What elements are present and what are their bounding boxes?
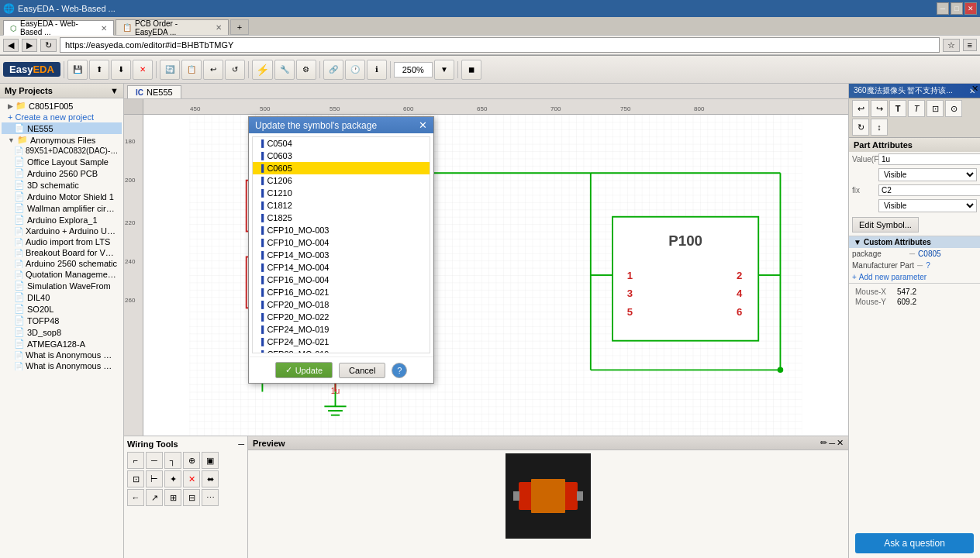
- cancel-button[interactable]: Cancel: [339, 363, 385, 378]
- dialog-list-item[interactable]: ▐CFP20_MO-022: [253, 311, 430, 323]
- wiring-btn-7[interactable]: ⊢: [146, 470, 163, 487]
- wiring-btn-11[interactable]: ←: [127, 489, 144, 506]
- sidebar-item-wallman[interactable]: 📄 Wallman amplifier circuit: [2, 202, 122, 214]
- zoom-input[interactable]: [394, 62, 433, 78]
- preview-minimize-button[interactable]: ─: [829, 438, 835, 448]
- part-attributes-header[interactable]: Part Attributes: [849, 138, 980, 152]
- sidebar-item-motor[interactable]: 📄 Arduino Motor Shield 1: [2, 191, 122, 202]
- upload-button[interactable]: ⬆: [89, 60, 109, 80]
- sidebar-collapse-button[interactable]: ▼: [110, 86, 119, 95]
- dialog-list-item[interactable]: ▐CFP24_MO-019: [253, 323, 430, 336]
- wiring-btn-1[interactable]: ⌐: [127, 452, 144, 469]
- dialog-list-item[interactable]: ▐C0504: [253, 137, 430, 150]
- tab1-close[interactable]: ✕: [101, 24, 107, 33]
- sidebar-item-arduino-sch[interactable]: 📄 Arduino 2560 schematic: [2, 258, 122, 269]
- wiring-btn-10[interactable]: ⬌: [202, 470, 219, 487]
- sidebar-item-dil40[interactable]: 📄 DIL40: [2, 291, 122, 303]
- forward-button[interactable]: ▶: [22, 39, 37, 52]
- sidebar-item-xarduino[interactable]: 📄 Xarduino + Arduino UNO: [2, 226, 122, 236]
- sidebar-item-89x51[interactable]: 📄 89X51+DAC0832(DAC)-Imp: [2, 146, 122, 156]
- sidebar-item-quotation[interactable]: 📄 Quotation Management Flow: [2, 269, 122, 280]
- dialog-list-item[interactable]: ▐CFP28_MO-019: [253, 348, 430, 353]
- dialog-list-item[interactable]: ▐C1210: [253, 187, 430, 199]
- history-button[interactable]: 🕐: [345, 60, 365, 80]
- mfr-help-icon[interactable]: ?: [926, 261, 930, 270]
- sidebar-item-so20l[interactable]: 📄 SO20L: [2, 303, 122, 315]
- sidebar-item-anon1[interactable]: 📄 What is Anonymous mode?: [2, 350, 122, 360]
- dialog-list-item[interactable]: ▐CFP14_MO-004: [253, 261, 430, 274]
- update-symbol-dialog[interactable]: Update the symbol's package ✕ ▐C0504▐C06…: [248, 116, 434, 384]
- download-button[interactable]: ⬇: [111, 60, 131, 80]
- rp-icon-btn-bold[interactable]: T: [889, 100, 906, 117]
- copy-button[interactable]: 📋: [181, 60, 202, 80]
- help-button[interactable]: ?: [392, 363, 407, 378]
- wiring-btn-14[interactable]: ⊟: [183, 489, 200, 506]
- component-button[interactable]: 🔧: [274, 60, 295, 80]
- value-visible-select[interactable]: Visible: [878, 168, 977, 181]
- dialog-list-item[interactable]: ▐CFP16_MO-021: [253, 286, 430, 298]
- wiring-btn-15[interactable]: ⋯: [202, 489, 219, 506]
- bookmark-button[interactable]: ☆: [943, 39, 960, 52]
- preview-close-button[interactable]: ✕: [837, 438, 844, 448]
- back-button[interactable]: ◀: [3, 39, 19, 52]
- rp-icon-btn-arrow[interactable]: ↩: [852, 100, 869, 117]
- dialog-list-item[interactable]: ▐CFP10_MO-003: [253, 224, 430, 236]
- tab-easyeda[interactable]: ⬡ EasyEDA - Web-Based ... ✕: [3, 20, 114, 36]
- delete-button[interactable]: ✕: [133, 60, 153, 80]
- info-button[interactable]: ℹ: [367, 60, 387, 80]
- sidebar-item-new-project[interactable]: + Create a new project: [2, 112, 122, 122]
- sidebar-item-anon2[interactable]: 📄 What is Anonymous mode: tt: [2, 360, 122, 371]
- sidebar-item-3dsop8[interactable]: 📄 3D_sop8: [2, 326, 122, 338]
- wiring-btn-2[interactable]: ─: [146, 452, 163, 469]
- dialog-list-item[interactable]: ▐CFP24_MO-021: [253, 336, 430, 348]
- tab2-close[interactable]: ✕: [216, 23, 222, 32]
- dialog-list-item[interactable]: ▐C0605: [253, 162, 430, 174]
- canvas-tab-ne555[interactable]: IC NE555: [127, 85, 181, 98]
- sidebar-item-sim[interactable]: 📄 Simulation WaveFrom: [2, 280, 122, 291]
- settings-button[interactable]: ≡: [963, 39, 977, 51]
- wiring-btn-13[interactable]: ⊞: [164, 489, 181, 506]
- sidebar-item-atmega[interactable]: 📄 ATMEGA128-A: [2, 338, 122, 350]
- sidebar-item-c8051f005[interactable]: ▶ 📁 C8051F005: [2, 100, 122, 112]
- edit-symbol-button[interactable]: Edit Symbol...: [852, 217, 919, 232]
- wiring-btn-9[interactable]: ✕: [183, 470, 200, 487]
- rp-icon-btn-rotate[interactable]: ↻: [852, 119, 869, 136]
- dialog-close-button[interactable]: ✕: [419, 119, 427, 131]
- sidebar-item-ne555[interactable]: 📄 NE555: [2, 122, 122, 134]
- wiring-btn-3[interactable]: ┐: [164, 452, 181, 469]
- sidebar-item-breakout[interactable]: 📄 Breakout Board for VS1063 I: [2, 247, 122, 258]
- update-button[interactable]: ✓ Update: [275, 362, 333, 378]
- dialog-list-item[interactable]: ▐C1812: [253, 199, 430, 212]
- redo-button[interactable]: ↺: [225, 60, 245, 80]
- wiring-btn-5[interactable]: ▣: [202, 452, 219, 469]
- save-button[interactable]: 💾: [67, 60, 88, 80]
- rp-icon-btn-center[interactable]: ⊙: [945, 100, 962, 117]
- wire-button[interactable]: ⚡: [252, 60, 273, 80]
- undo-button[interactable]: ↩: [203, 60, 223, 80]
- dialog-list-item[interactable]: ▐CFP14_MO-003: [253, 249, 430, 261]
- sidebar-item-arduino-pcb[interactable]: 📄 Arduino 2560 PCB: [2, 167, 122, 179]
- add-parameter-button[interactable]: + Add new parameter: [849, 271, 980, 283]
- rotate-button[interactable]: 🔄: [160, 60, 180, 80]
- schematic-canvas[interactable]: 450 500 550 600 650 700 750 800 180 200 …: [124, 99, 848, 436]
- dialog-list-item[interactable]: ▐CFP10_MO-004: [253, 236, 430, 249]
- rp-icon-btn-italic[interactable]: T: [908, 100, 925, 117]
- wiring-btn-4[interactable]: ⊕: [183, 452, 200, 469]
- name-input[interactable]: [878, 184, 980, 196]
- easyeda-logo[interactable]: EasyEDA: [3, 62, 60, 77]
- dialog-list[interactable]: ▐C0504▐C0603▐C0605▐C1206▐C1210▐C1812▐C18…: [252, 136, 430, 353]
- sidebar-close-button[interactable]: ✕: [971, 84, 978, 94]
- rp-icon-btn-flip[interactable]: ↕: [871, 119, 888, 136]
- tab-pcborder[interactable]: 📋 PCB Order - EasyEDA ... ✕: [116, 19, 229, 35]
- dialog-list-item[interactable]: ▐CFP16_MO-004: [253, 274, 430, 286]
- sidebar-item-audio[interactable]: 📄 Audio import from LTS: [2, 236, 122, 247]
- settings-tb-button[interactable]: ⚙: [296, 60, 316, 80]
- sidebar-item-office[interactable]: 📄 Office Layout Sample: [2, 156, 122, 167]
- zoom-dropdown-button[interactable]: ▼: [434, 60, 454, 80]
- wiring-btn-12[interactable]: ↗: [146, 489, 163, 506]
- sidebar-item-explora[interactable]: 📄 Arduino Explora_1: [2, 214, 122, 226]
- dialog-list-item[interactable]: ▐C1206: [253, 174, 430, 187]
- sidebar-item-3d[interactable]: 📄 3D schematic: [2, 179, 122, 191]
- rp-icon-btn-forward[interactable]: ↪: [871, 100, 888, 117]
- url-input[interactable]: [60, 37, 940, 53]
